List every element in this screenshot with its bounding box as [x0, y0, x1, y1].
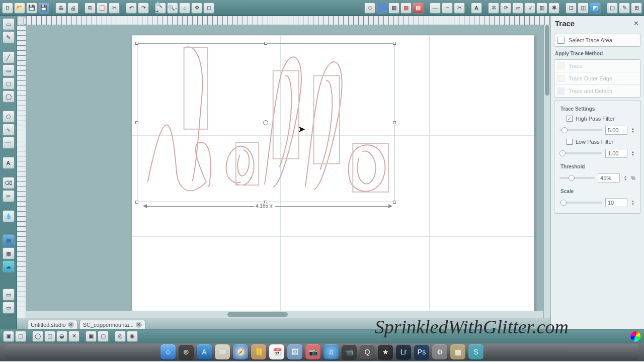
rotate-icon[interactable]: ⟳ — [500, 3, 511, 14]
text-style-icon[interactable]: A — [471, 3, 482, 14]
gradient-icon[interactable]: ▦ — [388, 3, 399, 14]
contacts-icon[interactable]: 📒 — [251, 344, 266, 359]
scrollbar-horizontal[interactable] — [26, 311, 543, 318]
store-icon[interactable]: ▦ — [3, 247, 15, 259]
threshold-input[interactable]: 45% — [598, 173, 620, 183]
trace-outer-edge-button[interactable]: Trace Outer Edge — [554, 72, 640, 85]
delete-icon[interactable]: ✕ — [68, 331, 79, 342]
photoshop-icon[interactable]: Ps — [414, 344, 429, 359]
weld-icon[interactable]: ◯ — [32, 331, 43, 342]
line-dashed-icon[interactable]: ┄ — [442, 3, 453, 14]
calendar-icon[interactable]: 📅 — [269, 344, 284, 359]
eyedropper-icon[interactable]: 💧 — [3, 210, 15, 222]
trace-button[interactable]: Trace — [554, 60, 640, 72]
mail-icon[interactable]: ✉ — [215, 344, 230, 359]
crop-icon[interactable]: ◫ — [44, 331, 55, 342]
close-tab-icon[interactable]: ✕ — [136, 322, 142, 328]
send-back-icon[interactable]: ▢ — [98, 331, 109, 342]
ellipse-tool-icon[interactable]: ◯ — [3, 90, 15, 103]
close-icon[interactable]: ✕ — [632, 20, 640, 28]
photobooth-icon[interactable]: 📷 — [305, 344, 320, 359]
offset-icon[interactable]: ✲ — [488, 3, 499, 14]
line-solid-icon[interactable]: — — [430, 3, 441, 14]
rounded-rect-icon[interactable]: ▢ — [3, 77, 15, 89]
group-icon[interactable]: ⊡ — [566, 3, 577, 14]
design-page[interactable]: 4.185 in — [132, 35, 534, 318]
zoom-in-icon[interactable]: 🔍+ — [155, 3, 166, 14]
target-icon[interactable]: ◉ — [127, 331, 138, 342]
scrollbar-vertical[interactable] — [543, 25, 550, 318]
redo-icon[interactable]: ↷ — [138, 3, 149, 14]
group-icon[interactable]: ▣ — [3, 331, 14, 342]
lowpass-checkbox[interactable] — [567, 139, 573, 145]
save-icon[interactable]: 💾 — [26, 3, 37, 14]
knife-tool-icon[interactable]: ✂ — [3, 190, 15, 202]
scale-slider[interactable] — [559, 202, 602, 204]
polygon-tool-icon[interactable]: ⬠ — [3, 111, 15, 123]
text-tool-icon[interactable]: A — [3, 157, 15, 169]
dashboard-icon[interactable]: ⊚ — [179, 344, 194, 359]
library-icon[interactable]: ▤ — [3, 234, 15, 246]
itunes-icon[interactable]: ♫ — [324, 344, 339, 359]
safari-icon[interactable]: 🧭 — [233, 344, 248, 359]
undo-icon[interactable]: ↶ — [126, 3, 137, 14]
highpass-input[interactable]: 5.00 — [605, 126, 627, 135]
replicate-icon[interactable]: ▥ — [536, 3, 547, 14]
line-tool-icon[interactable]: ╱ — [3, 51, 15, 63]
line-cut-icon[interactable]: ✂ — [454, 3, 465, 14]
align-icon[interactable]: ⫽ — [524, 3, 535, 14]
finder-icon[interactable]: ☺ — [160, 344, 176, 359]
preferences-b-icon[interactable]: ▭ — [3, 302, 15, 314]
fit-page-icon[interactable]: ◻ — [203, 3, 214, 14]
open-file-icon[interactable]: 📂 — [14, 3, 25, 14]
compound-icon[interactable]: ◫ — [578, 3, 589, 14]
color-wheel-icon[interactable] — [630, 331, 641, 342]
appstore-icon[interactable]: A — [197, 344, 212, 359]
settings-icon[interactable]: ⚙ — [432, 344, 447, 359]
silhouette-icon[interactable]: S — [468, 344, 484, 359]
preferences-a-icon[interactable]: ▭ — [3, 289, 15, 301]
modify-icon[interactable]: ✱ — [548, 3, 559, 14]
registration-icon[interactable]: ⊞ — [631, 3, 642, 14]
save-as-icon[interactable]: 💾 — [38, 3, 49, 14]
grid-icon[interactable]: ▦ — [413, 3, 424, 14]
zoom-out-icon[interactable]: 🔍- — [167, 3, 178, 14]
cut-settings-icon[interactable]: 🖨 — [67, 3, 78, 14]
new-file-icon[interactable]: 🗋 — [2, 3, 13, 14]
transform-icon[interactable]: ▱ — [512, 3, 523, 14]
highpass-slider[interactable] — [559, 129, 602, 131]
lightroom-icon[interactable]: Lr — [396, 344, 411, 359]
trace-and-detach-button[interactable]: Trace and Detach — [554, 85, 640, 97]
subtract-icon[interactable]: ◒ — [56, 331, 67, 342]
select-icon[interactable]: ◇ — [364, 3, 375, 14]
bring-front-icon[interactable]: ▣ — [86, 331, 97, 342]
cut-icon[interactable]: ✂ — [109, 3, 120, 14]
paste-icon[interactable]: 📋 — [97, 3, 108, 14]
fill-color-icon[interactable] — [376, 3, 387, 14]
rectangle-tool-icon[interactable]: ▭ — [3, 64, 15, 76]
send-icon[interactable]: ☁ — [3, 260, 15, 273]
canvas-viewport[interactable]: 4.185 in — [26, 25, 550, 318]
app-generic-icon[interactable]: ▦ — [450, 344, 465, 359]
edit-points-icon[interactable]: ✎ — [3, 31, 15, 43]
zoom-selection-icon[interactable]: ⌕ — [179, 3, 190, 14]
print-icon[interactable]: 🖶 — [55, 3, 66, 14]
eraser-tool-icon[interactable]: ⌫ — [3, 177, 15, 189]
copy-icon[interactable]: ⧉ — [85, 3, 96, 14]
selection-tool-icon[interactable]: ▭ — [3, 18, 15, 30]
spinner-icon[interactable]: ▲▼ — [630, 127, 635, 133]
tab-coppermounta[interactable]: SC_coppermounta... ✕ — [79, 320, 145, 329]
spinner-icon[interactable]: ▲▼ — [630, 150, 635, 156]
ungroup-icon[interactable]: ▢ — [15, 331, 26, 342]
select-trace-area-button[interactable]: Select Trace Area — [554, 34, 640, 46]
spinner-icon[interactable]: ▲▼ — [623, 175, 628, 181]
freehand-tool-icon[interactable]: 〰 — [3, 137, 15, 149]
curve-tool-icon[interactable]: ∿ — [3, 124, 15, 136]
close-tab-icon[interactable]: ✕ — [68, 322, 74, 328]
trace-panel-icon[interactable]: ◩ — [590, 3, 601, 14]
tab-untitled[interactable]: Untitled.studio ✕ — [27, 320, 77, 329]
facetime-icon[interactable]: 📹 — [342, 344, 357, 359]
quicktime-icon[interactable]: Q — [360, 344, 375, 359]
threshold-slider[interactable] — [559, 177, 595, 179]
scale-input[interactable]: 10 — [605, 198, 627, 207]
